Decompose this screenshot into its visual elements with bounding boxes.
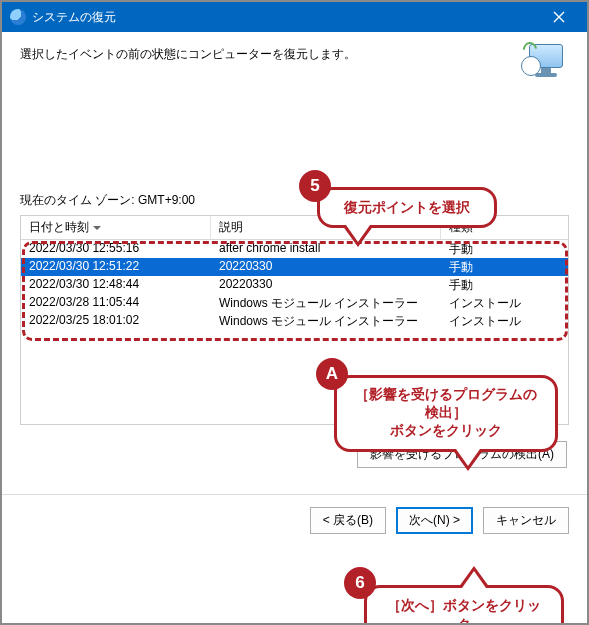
sort-desc-icon [93, 226, 101, 230]
cell-type: インストール [441, 294, 568, 312]
scan-button-row: 影響を受けるプログラムの検出(A) [20, 425, 569, 468]
titlebar: システムの復元 [2, 2, 587, 32]
back-button[interactable]: < 戻る(B) [310, 507, 386, 534]
cell-desc: Windows モジュール インストーラー [211, 312, 441, 330]
table-row[interactable]: 2022/03/30 12:48:4420220330手動 [21, 276, 568, 294]
header-desc[interactable]: 説明 [211, 216, 441, 239]
intro-row: 選択したイベントの前の状態にコンピューターを復元します。 [20, 42, 569, 82]
table-row[interactable]: 2022/03/30 12:55:16after chrome install手… [21, 240, 568, 258]
table-header: 日付と時刻 説明 種類 [21, 216, 568, 240]
header-type-label: 種類 [449, 219, 473, 236]
table-row[interactable]: 2022/03/30 12:51:2220220330手動 [21, 258, 568, 276]
close-icon [553, 11, 565, 23]
cell-date: 2022/03/30 12:51:22 [21, 258, 211, 276]
restore-points-table[interactable]: 日付と時刻 説明 種類 2022/03/30 12:55:16after chr… [20, 215, 569, 425]
callout-6: ［次へ］ボタンをクリック [364, 585, 564, 625]
table-row[interactable]: 2022/03/25 18:01:02Windows モジュール インストーラー… [21, 312, 568, 330]
cell-desc: after chrome install [211, 240, 441, 258]
cell-date: 2022/03/25 18:01:02 [21, 312, 211, 330]
header-date-label: 日付と時刻 [29, 219, 89, 236]
restore-icon [521, 42, 569, 82]
cell-desc: 20220330 [211, 276, 441, 294]
table-row[interactable]: 2022/03/28 11:05:44Windows モジュール インストーラー… [21, 294, 568, 312]
cell-date: 2022/03/30 12:48:44 [21, 276, 211, 294]
cancel-button[interactable]: キャンセル [483, 507, 569, 534]
cell-type: インストール [441, 312, 568, 330]
table-body: 2022/03/30 12:55:16after chrome install手… [21, 240, 568, 330]
cell-desc: 20220330 [211, 258, 441, 276]
header-desc-label: 説明 [219, 219, 243, 236]
cell-type: 手動 [441, 276, 568, 294]
cell-type: 手動 [441, 240, 568, 258]
scan-affected-programs-button[interactable]: 影響を受けるプログラムの検出(A) [357, 441, 567, 468]
wizard-buttons: < 戻る(B) 次へ(N) > キャンセル [2, 495, 587, 534]
titlebar-left: システムの復元 [10, 9, 116, 26]
window-title: システムの復元 [32, 9, 116, 26]
close-button[interactable] [539, 5, 579, 29]
system-restore-icon [10, 9, 26, 25]
intro-text: 選択したイベントの前の状態にコンピューターを復元します。 [20, 42, 356, 63]
cell-desc: Windows モジュール インストーラー [211, 294, 441, 312]
next-button[interactable]: 次へ(N) > [396, 507, 473, 534]
header-date[interactable]: 日付と時刻 [21, 216, 211, 239]
timezone-label: 現在のタイム ゾーン: GMT+9:00 [20, 192, 569, 209]
callout-6-text: ［次へ］ボタンをクリック [387, 597, 541, 625]
cell-type: 手動 [441, 258, 568, 276]
cell-date: 2022/03/28 11:05:44 [21, 294, 211, 312]
header-type[interactable]: 種類 [441, 216, 568, 239]
content-area: 選択したイベントの前の状態にコンピューターを復元します。 現在のタイム ゾーン:… [2, 32, 587, 468]
badge-6: 6 [344, 567, 376, 599]
cell-date: 2022/03/30 12:55:16 [21, 240, 211, 258]
